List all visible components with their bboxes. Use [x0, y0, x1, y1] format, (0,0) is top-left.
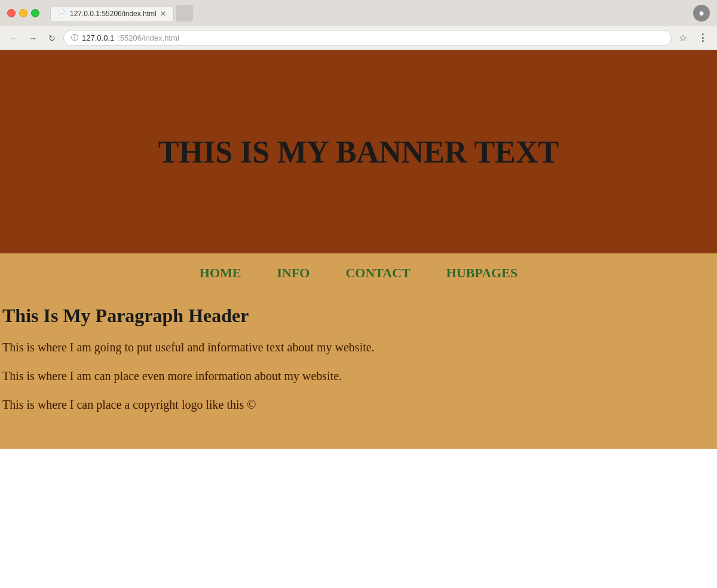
url-port: :55206/index.html [118, 33, 179, 42]
banner: THIS IS MY BANNER TEXT [0, 50, 717, 253]
reload-button[interactable]: ↻ [44, 30, 60, 46]
maximize-button[interactable] [31, 9, 39, 17]
active-tab[interactable]: 📄 127.0.0.1:55206/index.html ✕ [50, 6, 174, 21]
nav-bar: HOME INFO CONTACT HUBPAGES [0, 253, 717, 293]
browser-chrome: 📄 127.0.0.1:55206/index.html ✕ ● ← → ↻ ⓘ… [0, 0, 717, 50]
bookmark-button[interactable]: ☆ [675, 31, 691, 45]
minimize-button[interactable] [19, 9, 27, 17]
nav-item-contact: CONTACT [345, 265, 410, 281]
browser-titlebar: 📄 127.0.0.1:55206/index.html ✕ ● [0, 0, 717, 26]
close-button[interactable] [7, 9, 16, 17]
tab-title: 127.0.0.1:55206/index.html [70, 10, 157, 18]
nav-item-info: INFO [277, 265, 310, 281]
nav-link-hubpages[interactable]: HUBPAGES [446, 265, 517, 280]
tab-bar: 📄 127.0.0.1:55206/index.html ✕ [50, 5, 688, 22]
nav-links: HOME INFO CONTACT HUBPAGES [0, 265, 717, 281]
content-paragraph-3: This is where I can place a copyright lo… [2, 396, 711, 413]
browser-toolbar: ← → ↻ ⓘ 127.0.0.1:55206/index.html ☆ ⋮ [0, 26, 717, 50]
content-area: This Is My Paragraph Header This is wher… [0, 293, 717, 449]
menu-button[interactable]: ⋮ [694, 31, 711, 45]
banner-text: THIS IS MY BANNER TEXT [158, 134, 559, 170]
forward-button[interactable]: → [25, 30, 41, 46]
content-paragraph-1: This is where I am going to put useful a… [2, 339, 711, 356]
tab-close-icon[interactable]: ✕ [160, 10, 166, 18]
back-button[interactable]: ← [6, 30, 22, 46]
paragraph-header: This Is My Paragraph Header [2, 305, 711, 327]
nav-item-home: HOME [200, 265, 241, 281]
nav-link-contact[interactable]: CONTACT [345, 265, 410, 280]
new-tab-button[interactable] [176, 5, 193, 22]
url-base: 127.0.0.1 [82, 33, 114, 42]
profile-avatar[interactable]: ● [693, 5, 710, 22]
nav-item-hubpages: HUBPAGES [446, 265, 517, 281]
website-content: THIS IS MY BANNER TEXT HOME INFO CONTACT… [0, 50, 717, 449]
traffic-lights [7, 9, 39, 17]
content-paragraph-2: This is where I am can place even more i… [2, 368, 711, 384]
nav-link-info[interactable]: INFO [277, 265, 310, 280]
tab-page-icon: 📄 [58, 10, 66, 17]
nav-link-home[interactable]: HOME [200, 265, 241, 280]
secure-icon: ⓘ [71, 33, 78, 43]
address-bar[interactable]: ⓘ 127.0.0.1:55206/index.html [63, 30, 672, 46]
